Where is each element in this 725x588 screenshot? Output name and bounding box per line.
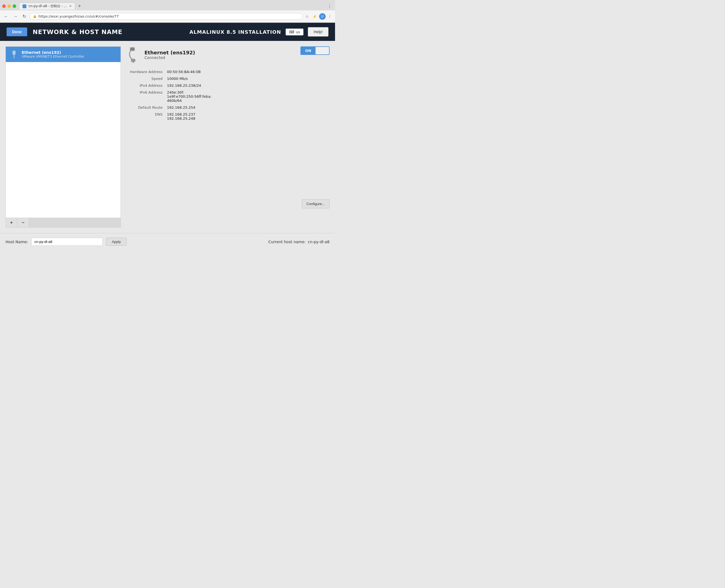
keyboard-icon: ⌨ xyxy=(289,30,294,34)
extension-button[interactable]: ⚡ xyxy=(311,13,318,20)
speed-label: Speed xyxy=(126,75,165,82)
remove-network-button[interactable]: − xyxy=(17,218,29,227)
toggle-button[interactable]: ON xyxy=(301,46,330,55)
default-route-value: 192.168.25.254 xyxy=(165,104,330,111)
dns-value: 192.168.25.237192.168.25.248 xyxy=(165,111,330,122)
more-button[interactable]: ⋮ xyxy=(327,13,333,20)
hardware-address-value: 00:50:56:BA:46:0B xyxy=(165,68,330,75)
reload-button[interactable]: ↻ xyxy=(21,13,28,20)
main-content: Ethernet (ens192) VMware VMXNET3 Etherne… xyxy=(0,41,335,233)
network-item-subtitle: VMware VMXNET3 Ethernet Controller xyxy=(22,55,117,59)
configure-button[interactable]: Configure... xyxy=(302,199,330,208)
detail-info: Ethernet (ens192) Connected xyxy=(126,46,195,63)
ipv6-value: 240e:30f:1e9f:e700:250:56ff:feba:460b/64 xyxy=(165,89,330,104)
nav-actions: ☆ ⚡ U ⋮ xyxy=(304,13,333,20)
url-text: https://esxi.yuangezhizao.cn/ui/#/consol… xyxy=(38,14,119,18)
svg-rect-7 xyxy=(133,48,134,50)
nav-bar: ← → ↻ 🔒 https://esxi.yuangezhizao.cn/ui/… xyxy=(0,10,335,22)
detail-name-block: Ethernet (ens192) Connected xyxy=(144,50,195,60)
add-network-button[interactable]: + xyxy=(6,218,17,227)
svg-rect-5 xyxy=(131,48,131,50)
dns-row: DNS 192.168.25.237192.168.25.248 xyxy=(126,111,330,122)
back-button[interactable]: ← xyxy=(2,13,10,20)
detail-name: Ethernet (ens192) xyxy=(144,50,195,56)
ipv4-row: IPv4 Address 192.168.25.238/24 xyxy=(126,82,330,89)
vm-header: Done NETWORK & HOST NAME ALMALINUX 8.5 I… xyxy=(0,23,335,41)
ipv4-value: 192.168.25.238/24 xyxy=(165,82,330,89)
default-route-label: Default Route xyxy=(126,104,165,111)
current-hostname: Current host name: cn-py-dl-a8 xyxy=(268,240,330,244)
toggle-off-label xyxy=(315,47,329,54)
network-list: Ethernet (ens192) VMware VMXNET3 Etherne… xyxy=(5,46,121,218)
detail-status: Connected xyxy=(144,56,195,60)
page-title: NETWORK & HOST NAME xyxy=(33,28,123,36)
ipv4-label: IPv4 Address xyxy=(126,82,165,89)
bookmark-button[interactable]: ☆ xyxy=(304,13,310,20)
forward-button[interactable]: → xyxy=(12,13,19,20)
browser-chrome: cn-py-dl-a8 - 控制台 - VMware ✕ + ⋮ ← → ↻ 🔒… xyxy=(0,0,335,23)
network-item-text: Ethernet (ens192) VMware VMXNET3 Etherne… xyxy=(22,50,117,59)
current-hostname-value: cn-py-dl-a8 xyxy=(308,240,330,244)
active-tab[interactable]: cn-py-dl-a8 - 控制台 - VMware ✕ xyxy=(19,2,75,9)
speed-row: Speed 10000 Mb/s xyxy=(126,75,330,82)
vm-right-header: ALMALINUX 8.5 INSTALLATION ⌨ us Help! xyxy=(189,27,328,37)
hostname-left: Host Name: Apply xyxy=(5,238,127,246)
close-window-button[interactable] xyxy=(2,4,6,8)
default-route-row: Default Route 192.168.25.254 xyxy=(126,104,330,111)
address-bar[interactable]: 🔒 https://esxi.yuangezhizao.cn/ui/#/cons… xyxy=(29,13,303,20)
network-item[interactable]: Ethernet (ens192) VMware VMXNET3 Etherne… xyxy=(6,47,121,62)
profile-button[interactable]: U xyxy=(319,13,326,20)
hostname-input[interactable] xyxy=(31,238,103,246)
network-detail-panel: Ethernet (ens192) Connected ON Hardware … xyxy=(126,46,330,228)
svg-rect-0 xyxy=(13,51,15,55)
speed-value: 10000 Mb/s xyxy=(165,75,330,82)
tab-close-button[interactable]: ✕ xyxy=(69,4,72,8)
network-list-panel: Ethernet (ens192) VMware VMXNET3 Etherne… xyxy=(5,46,121,228)
install-title: ALMALINUX 8.5 INSTALLATION xyxy=(189,29,281,35)
toggle-on-label: ON xyxy=(301,47,316,54)
detail-table: Hardware Address 00:50:56:BA:46:0B Speed… xyxy=(126,68,330,122)
hostname-bar: Host Name: Apply Current host name: cn-p… xyxy=(0,233,335,250)
ethernet-icon xyxy=(126,46,140,63)
tab-title: cn-py-dl-a8 - 控制台 - VMware xyxy=(28,4,67,8)
lock-icon: 🔒 xyxy=(33,15,37,18)
hardware-address-row: Hardware Address 00:50:56:BA:46:0B xyxy=(126,68,330,75)
new-tab-button[interactable]: + xyxy=(75,2,84,10)
svg-rect-1 xyxy=(13,51,14,53)
network-item-icon xyxy=(9,50,18,59)
dns-label: DNS xyxy=(126,111,165,122)
tab-favicon xyxy=(22,4,26,8)
current-hostname-label: Current host name: xyxy=(268,240,306,244)
done-button[interactable]: Done xyxy=(6,27,27,36)
help-button[interactable]: Help! xyxy=(308,27,328,37)
browser-menu-button[interactable]: ⋮ xyxy=(326,2,333,10)
minimize-window-button[interactable] xyxy=(7,4,11,8)
ipv6-row: IPv6 Address 240e:30f:1e9f:e700:250:56ff… xyxy=(126,89,330,104)
detail-header: Ethernet (ens192) Connected ON xyxy=(126,46,330,63)
network-item-name: Ethernet (ens192) xyxy=(22,50,117,55)
keyboard-indicator[interactable]: ⌨ us xyxy=(286,28,304,36)
vm-console: Done NETWORK & HOST NAME ALMALINUX 8.5 I… xyxy=(0,23,335,41)
ipv6-label: IPv6 Address xyxy=(126,89,165,104)
keyboard-layout: us xyxy=(296,30,300,34)
svg-rect-2 xyxy=(14,51,15,53)
apply-button[interactable]: Apply xyxy=(106,238,127,246)
hardware-address-label: Hardware Address xyxy=(126,68,165,75)
maximize-window-button[interactable] xyxy=(13,4,16,8)
hostname-label: Host Name: xyxy=(5,240,28,244)
svg-rect-8 xyxy=(131,59,135,62)
tab-bar: cn-py-dl-a8 - 控制台 - VMware ✕ + ⋮ xyxy=(0,0,335,10)
svg-rect-6 xyxy=(132,48,133,50)
list-actions: + − xyxy=(5,218,121,228)
